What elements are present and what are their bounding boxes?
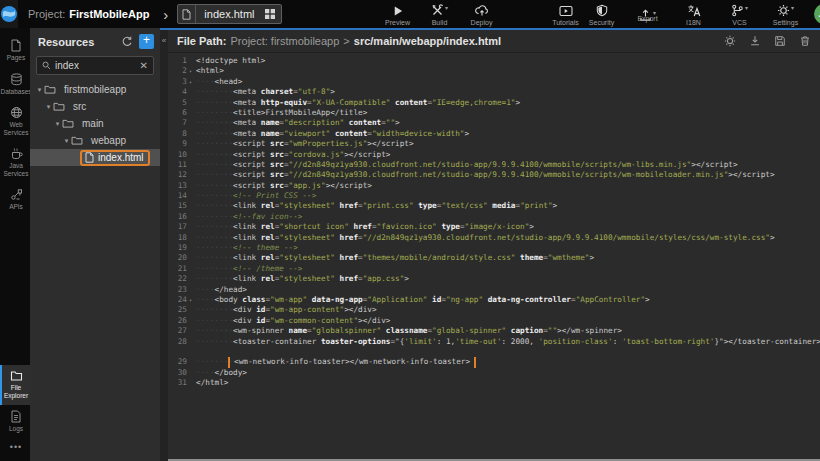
code-line[interactable]: 23····</head> <box>168 285 820 295</box>
deploy-button[interactable]: Deploy <box>464 2 500 26</box>
line-number[interactable]: 17 <box>168 222 187 232</box>
tree-item-firstmobileapp[interactable]: ▾firstmobileapp <box>30 81 160 98</box>
code-line[interactable]: 21········<!-- /theme --> <box>168 264 820 274</box>
line-number[interactable]: 19 <box>168 243 187 253</box>
app-logo[interactable] <box>0 0 18 28</box>
expand-arrow-icon[interactable]: ▾ <box>53 120 62 128</box>
line-number[interactable]: 31 <box>168 378 187 388</box>
line-number[interactable]: 2 <box>168 66 187 76</box>
code-line[interactable]: 15········<link rel="stylesheet" href="p… <box>168 201 820 211</box>
code-line[interactable]: 22········<link rel="stylesheet" href="a… <box>168 274 820 284</box>
expand-arrow-icon[interactable]: ▾ <box>62 137 71 145</box>
line-number[interactable]: 3 <box>168 77 187 87</box>
line-number[interactable] <box>168 347 187 357</box>
fold-marker-icon[interactable]: ▾ <box>187 295 194 305</box>
vcs-button[interactable]: ▾ VCS <box>722 2 758 26</box>
sidebar-item-logs[interactable]: Logs <box>0 405 30 439</box>
sidebar-item-pages[interactable]: Pages <box>0 34 30 68</box>
code-line[interactable] <box>168 347 820 357</box>
line-number[interactable]: 30 <box>168 368 187 378</box>
tree-item-main[interactable]: ▾main <box>30 115 160 132</box>
line-number[interactable]: 12 <box>168 170 187 180</box>
line-number[interactable]: 15 <box>168 201 187 211</box>
code-line[interactable]: 26········<div id="wm-common-content"></… <box>168 316 820 326</box>
line-number[interactable]: 13 <box>168 181 187 191</box>
tab-index-html[interactable]: index.html <box>177 4 281 24</box>
line-number[interactable]: 25 <box>168 305 187 315</box>
code-line[interactable]: 9········<script src="wmProperties.js"><… <box>168 139 820 149</box>
line-number[interactable]: 10 <box>168 150 187 160</box>
line-number[interactable]: 28 <box>168 337 187 347</box>
search-input[interactable] <box>55 60 140 71</box>
sidebar-item-databases[interactable]: Databases <box>0 68 30 102</box>
sidebar-item-web-services[interactable]: Web Services <box>0 101 30 142</box>
line-number[interactable]: 20 <box>168 253 187 263</box>
clear-search-icon[interactable]: ✕ <box>140 60 148 71</box>
line-number[interactable]: 22 <box>168 274 187 284</box>
code-line[interactable]: 8········<meta name="viewport" content="… <box>168 129 820 139</box>
security-button[interactable]: Security <box>584 2 620 26</box>
refresh-button[interactable] <box>121 36 132 47</box>
line-number[interactable]: 11 <box>168 160 187 170</box>
fold-marker-icon[interactable]: ▾ <box>187 66 194 76</box>
grid-icon[interactable] <box>265 9 275 19</box>
code-line[interactable]: 12········<script src="//d2n849qz1ya930.… <box>168 170 820 180</box>
sidebar-item-file-explorer[interactable]: File Explorer <box>0 365 30 405</box>
fold-marker-icon[interactable]: ▾ <box>187 77 194 87</box>
tree-item-src[interactable]: ▾src <box>30 98 160 115</box>
i18n-button[interactable]: I18N <box>676 2 712 26</box>
sidebar-more-button[interactable]: ••• <box>0 439 30 461</box>
expand-arrow-icon[interactable]: ▾ <box>44 103 53 111</box>
line-number[interactable]: 5 <box>168 98 187 108</box>
expand-arrow-icon[interactable]: ▾ <box>35 86 44 94</box>
line-number[interactable]: 18 <box>168 233 187 243</box>
code-editor[interactable]: 1<!doctype html>2▾<html>3▾····<head>4···… <box>168 53 820 461</box>
code-line[interactable]: 31</html> <box>168 378 820 388</box>
code-line[interactable]: 11········<script src="//d2n849qz1ya930.… <box>168 160 820 170</box>
code-line[interactable]: 27········<wm-spinner name="globalspinne… <box>168 326 820 336</box>
code-line[interactable]: 29········<wm-network-info-toaster></wm-… <box>168 357 820 367</box>
user-avatar[interactable]: JS <box>814 4 820 24</box>
settings-button[interactable]: ▾ Settings <box>768 2 804 26</box>
line-number[interactable]: 14 <box>168 191 187 201</box>
download-file-button[interactable] <box>749 35 761 47</box>
code-line[interactable]: 10········<script src="cordova.js"></scr… <box>168 150 820 160</box>
line-number[interactable]: 21 <box>168 264 187 274</box>
build-button[interactable]: ▾ Build <box>422 2 458 26</box>
line-number[interactable]: 23 <box>168 285 187 295</box>
tree-item-index.html[interactable]: index.html <box>30 149 160 166</box>
delete-file-button[interactable] <box>799 35 811 47</box>
code-line[interactable]: 28········<toaster-container toaster-opt… <box>168 337 820 347</box>
line-number[interactable]: 4 <box>168 87 187 97</box>
code-line[interactable]: 16········<!--fav icon--> <box>168 212 820 222</box>
resources-search[interactable]: ✕ <box>36 56 154 75</box>
file-settings-button[interactable] <box>724 35 736 47</box>
preview-button[interactable]: Preview <box>380 2 416 26</box>
code-line[interactable]: 3▾····<head> <box>168 77 820 87</box>
code-line[interactable]: 4········<meta charset="utf-8"> <box>168 87 820 97</box>
line-number[interactable]: 16 <box>168 212 187 222</box>
line-number[interactable]: 9 <box>168 139 187 149</box>
line-number[interactable]: 24 <box>168 295 187 305</box>
tutorials-button[interactable]: Tutorials <box>548 2 584 26</box>
code-line[interactable]: 14········<!-- Print CSS --> <box>168 191 820 201</box>
code-line[interactable]: 30····</body> <box>168 368 820 378</box>
line-number[interactable]: 1 <box>168 56 187 66</box>
collapse-panel-button[interactable]: « <box>160 30 168 461</box>
line-number[interactable]: 6 <box>168 108 187 118</box>
code-line[interactable]: 17········<link rel="shortcut icon" href… <box>168 222 820 232</box>
sidebar-item-apis[interactable]: APIs <box>0 183 30 217</box>
tree-item-webapp[interactable]: ▾webapp <box>30 132 160 149</box>
line-number[interactable]: 8 <box>168 129 187 139</box>
code-line[interactable]: 13········<script src="app.js"></script> <box>168 181 820 191</box>
line-number[interactable]: 27 <box>168 326 187 336</box>
save-file-button[interactable] <box>774 35 786 47</box>
export-button[interactable]: ▾ Export <box>630 7 666 22</box>
code-line[interactable]: 2▾<html> <box>168 66 820 76</box>
code-line[interactable]: 20········<link rel="stylesheet" href="t… <box>168 253 820 263</box>
code-line[interactable]: 24▾····<body class="wm-app" data-ng-app=… <box>168 295 820 305</box>
add-resource-button[interactable]: + <box>139 34 154 49</box>
code-line[interactable]: 1<!doctype html> <box>168 56 820 66</box>
code-line[interactable]: 19········<!-- theme --> <box>168 243 820 253</box>
code-line[interactable]: 25········<div id="wm-app-content"></div… <box>168 305 820 315</box>
